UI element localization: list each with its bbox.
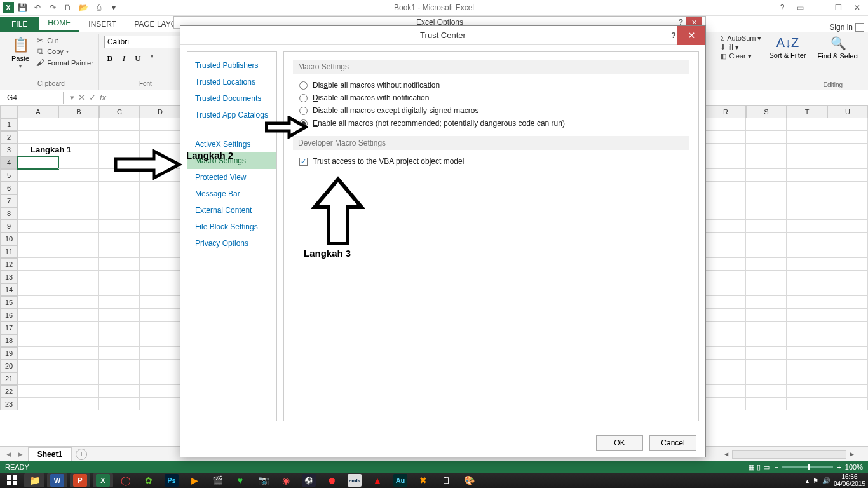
redo-icon[interactable]: ↷ bbox=[46, 1, 60, 15]
taskbar-emls-icon[interactable]: emls bbox=[344, 473, 365, 487]
taskbar-explorer-icon[interactable]: 📁 bbox=[24, 473, 44, 487]
qat-more-icon[interactable]: ▾ bbox=[107, 1, 121, 15]
cell[interactable] bbox=[18, 245, 58, 258]
cell[interactable] bbox=[58, 334, 99, 347]
macro-radio-option[interactable]: Disable all macros except digitally sign… bbox=[293, 104, 689, 117]
format-painter-button[interactable]: 🖌Format Painter bbox=[36, 58, 93, 67]
taskbar-opera-icon[interactable]: ◯ bbox=[116, 473, 136, 487]
cell[interactable] bbox=[746, 182, 787, 194]
row-header[interactable]: 1 bbox=[0, 118, 18, 131]
cell[interactable] bbox=[746, 169, 787, 182]
cell[interactable] bbox=[18, 258, 58, 271]
cell[interactable] bbox=[827, 118, 868, 131]
cell[interactable] bbox=[746, 360, 787, 372]
cell[interactable] bbox=[140, 385, 180, 398]
cell[interactable] bbox=[18, 207, 58, 220]
cell[interactable] bbox=[18, 271, 58, 283]
row-header[interactable]: 5 bbox=[0, 169, 18, 182]
zoom-level[interactable]: 100% bbox=[845, 463, 863, 471]
taskbar-corel-icon[interactable]: ✿ bbox=[139, 473, 159, 487]
trust-center-nav-item[interactable]: Message Bar bbox=[187, 186, 276, 202]
cell[interactable] bbox=[705, 385, 746, 398]
taskbar-excel-icon[interactable]: X bbox=[93, 473, 113, 487]
cell[interactable] bbox=[746, 271, 787, 283]
cell[interactable] bbox=[787, 309, 827, 322]
cell[interactable] bbox=[99, 398, 140, 410]
start-button[interactable] bbox=[3, 473, 22, 487]
cell[interactable] bbox=[140, 360, 180, 372]
underline-button[interactable]: U bbox=[132, 53, 144, 64]
cell[interactable] bbox=[140, 347, 180, 360]
row-header[interactable]: 2 bbox=[0, 131, 18, 144]
cell[interactable] bbox=[18, 118, 58, 131]
clear-button[interactable]: ◧Clear ▾ bbox=[720, 52, 761, 60]
cell[interactable] bbox=[140, 283, 180, 296]
taskbar-camera-icon[interactable]: 📷 bbox=[253, 473, 273, 487]
cell[interactable] bbox=[705, 194, 746, 207]
sheet-tab-sheet1[interactable]: Sheet1 bbox=[28, 447, 72, 461]
cell[interactable] bbox=[99, 131, 140, 144]
cell[interactable] bbox=[787, 118, 827, 131]
system-tray[interactable]: ▴ ⚑ 🔊 16:56 04/06/2015 bbox=[806, 473, 868, 487]
cell[interactable] bbox=[787, 322, 827, 334]
cell[interactable] bbox=[746, 283, 787, 296]
trust-vba-checkbox-row[interactable]: ✓ Trust access to the VBA project object… bbox=[293, 155, 689, 168]
cell[interactable] bbox=[787, 194, 827, 207]
trust-center-nav-item[interactable]: File Block Settings bbox=[187, 219, 276, 235]
taskbar-mpc-icon[interactable]: 🎬 bbox=[207, 473, 227, 487]
column-header[interactable]: C bbox=[99, 105, 140, 118]
cell[interactable] bbox=[18, 347, 58, 360]
cell[interactable] bbox=[18, 360, 58, 372]
cell[interactable] bbox=[827, 207, 868, 220]
row-header[interactable]: 9 bbox=[0, 220, 18, 233]
trust-center-nav-item[interactable]: Trusted Publishers bbox=[187, 57, 276, 74]
cell[interactable] bbox=[787, 372, 827, 385]
cell[interactable] bbox=[787, 220, 827, 233]
save-icon[interactable]: 💾 bbox=[15, 1, 29, 15]
cell[interactable] bbox=[99, 245, 140, 258]
cell[interactable] bbox=[18, 334, 58, 347]
cell[interactable] bbox=[58, 245, 99, 258]
cell[interactable] bbox=[827, 258, 868, 271]
open-folder-icon[interactable]: 📂 bbox=[76, 1, 90, 15]
cell[interactable] bbox=[705, 347, 746, 360]
cell[interactable] bbox=[58, 156, 99, 169]
cell[interactable] bbox=[787, 233, 827, 245]
cell[interactable] bbox=[18, 296, 58, 309]
cell[interactable] bbox=[746, 296, 787, 309]
sheet-nav-next[interactable]: ► bbox=[17, 450, 24, 459]
cell[interactable] bbox=[827, 169, 868, 182]
restore-button[interactable]: ❐ bbox=[830, 1, 846, 14]
cell[interactable] bbox=[99, 385, 140, 398]
cell[interactable] bbox=[140, 233, 180, 245]
row-header[interactable]: 20 bbox=[0, 360, 18, 372]
cell[interactable] bbox=[58, 207, 99, 220]
add-sheet-button[interactable]: + bbox=[76, 449, 87, 460]
cell[interactable] bbox=[787, 131, 827, 144]
taskbar-autocad-icon[interactable]: ▲ bbox=[367, 473, 388, 487]
namebox-dropdown-icon[interactable]: ▾ bbox=[70, 93, 74, 102]
fill-button[interactable]: ⬇ill ▾ bbox=[720, 43, 761, 51]
cell[interactable] bbox=[827, 322, 868, 334]
help-icon[interactable]: ? bbox=[775, 1, 789, 15]
cell[interactable] bbox=[18, 322, 58, 334]
cell[interactable] bbox=[705, 245, 746, 258]
minimize-button[interactable]: — bbox=[811, 1, 827, 14]
trust-center-nav-item[interactable]: Trusted Documents bbox=[187, 90, 276, 107]
cell[interactable] bbox=[705, 233, 746, 245]
cell[interactable] bbox=[99, 372, 140, 385]
row-header[interactable]: 14 bbox=[0, 283, 18, 296]
cell[interactable] bbox=[58, 182, 99, 194]
cell[interactable] bbox=[705, 398, 746, 410]
cell[interactable] bbox=[58, 169, 99, 182]
column-header[interactable]: B bbox=[58, 105, 99, 118]
find-select-button[interactable]: 🔍 Find & Select bbox=[815, 34, 862, 61]
cell[interactable] bbox=[58, 194, 99, 207]
cell[interactable] bbox=[827, 398, 868, 410]
cell[interactable] bbox=[58, 372, 99, 385]
new-file-icon[interactable]: 🗋 bbox=[61, 1, 75, 15]
taskbar-powerpoint-icon[interactable]: P bbox=[70, 473, 90, 487]
cell[interactable] bbox=[746, 322, 787, 334]
cell[interactable] bbox=[140, 334, 180, 347]
macro-radio-option[interactable]: Enable all macros (not recommended; pote… bbox=[293, 117, 689, 130]
